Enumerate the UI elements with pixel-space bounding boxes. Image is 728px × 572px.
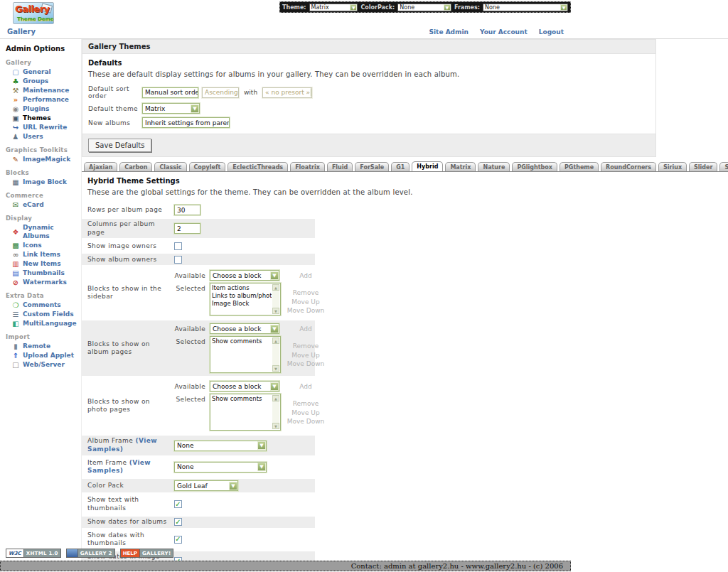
- listbox-scrollbar[interactable]: ▲ ▼: [272, 338, 279, 372]
- sidebar-item-link-items[interactable]: ∞ Link Items: [6, 250, 79, 259]
- sidebar-item-themes[interactable]: ▣ Themes: [6, 114, 79, 123]
- add-button[interactable]: Add: [285, 270, 326, 279]
- tab-fluid[interactable]: Fluid: [327, 162, 353, 171]
- scroll-up-icon[interactable]: ▲: [272, 338, 279, 344]
- color-pack-select[interactable]: Gold Leaf ▼: [174, 480, 238, 491]
- sidebar-item-performance[interactable]: » Performance: [6, 95, 79, 104]
- sidebar-item-maintenance[interactable]: ⚒ Maintenance: [6, 86, 79, 95]
- move-down-button[interactable]: Move Down: [285, 360, 326, 368]
- move-up-button[interactable]: Move Up: [285, 351, 326, 360]
- show-image-owners-checkbox[interactable]: [174, 242, 182, 250]
- remove-button[interactable]: Remove: [285, 399, 326, 408]
- sidebar-item-thumbnails[interactable]: ▤ Thumbnails: [6, 269, 79, 278]
- show-album-owners-checkbox[interactable]: [174, 256, 182, 264]
- show-dates-thumbs-checkbox[interactable]: [174, 536, 182, 544]
- listbox-scrollbar[interactable]: ▲ ▼: [272, 284, 279, 314]
- site-admin-link[interactable]: Site Admin: [429, 28, 469, 36]
- new-albums-select[interactable]: Inherit settings from parent album ▼: [142, 117, 230, 128]
- tab-splatbang[interactable]: Splatbang: [719, 162, 728, 171]
- add-button[interactable]: Add: [285, 323, 326, 333]
- sidebar-item-url-rewrite[interactable]: ↪ URL Rewrite: [6, 123, 79, 132]
- cols-per-page-input[interactable]: [174, 223, 200, 234]
- tab-slider[interactable]: Slider: [689, 162, 717, 171]
- tab-roundcorners[interactable]: RoundCorners: [601, 162, 656, 171]
- listbox-item[interactable]: Show comments: [212, 338, 272, 345]
- move-down-button[interactable]: Move Down: [285, 417, 326, 426]
- move-up-button[interactable]: Move Up: [285, 298, 326, 306]
- add-button[interactable]: Add: [285, 381, 326, 390]
- w3c-xhtml-badge[interactable]: W3C XHTML 1.0: [6, 549, 61, 558]
- save-defaults-button[interactable]: Save Defaults: [88, 139, 151, 152]
- scroll-down-icon[interactable]: ▼: [272, 308, 279, 314]
- logout-link[interactable]: Logout: [539, 28, 564, 36]
- tab-classic[interactable]: Classic: [154, 162, 186, 171]
- available-blocks-select[interactable]: Choose a block ▼: [210, 323, 279, 334]
- show-dates-albums-checkbox[interactable]: [174, 518, 182, 526]
- sidebar-item-watermarks[interactable]: ⊘ Watermarks: [6, 278, 79, 287]
- tab-floatrix[interactable]: Floatrix: [290, 162, 325, 171]
- sidebar-item-upload-applet[interactable]: ⇑ Upload Applet: [6, 351, 79, 360]
- default-theme-select[interactable]: Matrix ▼: [142, 103, 200, 114]
- move-up-button[interactable]: Move Up: [285, 409, 326, 417]
- show-image-owners-row: Show image owners: [82, 240, 315, 252]
- remove-button[interactable]: Remove: [285, 342, 326, 350]
- sidebar-item-multilanguage[interactable]: ◧ MultiLanguage: [6, 319, 79, 328]
- available-blocks-select[interactable]: Choose a block ▼: [210, 381, 279, 392]
- sidebar-item-general[interactable]: ▢ General: [6, 68, 79, 77]
- frames-select[interactable]: None ▼: [483, 4, 568, 11]
- sidebar-item-plugins[interactable]: ◉ Plugins: [6, 104, 79, 114]
- breadcrumb-gallery[interactable]: Gallery: [7, 28, 36, 36]
- colorpack-select[interactable]: None ▼: [397, 4, 451, 11]
- your-account-link[interactable]: Your Account: [480, 28, 528, 36]
- listbox-item[interactable]: Show comments: [212, 395, 272, 403]
- sidebar-item-dynamic-albums[interactable]: ❖ Dynamic Albums: [6, 223, 79, 241]
- tab-carbon[interactable]: Carbon: [119, 162, 152, 171]
- remove-button[interactable]: Remove: [285, 288, 326, 297]
- tab-g1[interactable]: G1: [391, 162, 410, 171]
- listbox-item[interactable]: Image Block: [212, 300, 272, 308]
- scroll-down-icon[interactable]: ▼: [272, 423, 279, 429]
- listbox-item[interactable]: Item actions: [212, 284, 272, 292]
- tab-eclecticthreads[interactable]: EclecticThreads: [228, 162, 288, 171]
- tab-siriux[interactable]: Siriux: [658, 162, 687, 171]
- gallery-logo[interactable]: Gallery Theme Demo: [13, 2, 54, 24]
- gallery2-badge[interactable]: GALLERY 2: [66, 549, 115, 558]
- sidebar-item-ecard[interactable]: ✉ eCard: [6, 200, 79, 210]
- listbox-item[interactable]: Links to album/photo peers: [212, 292, 272, 300]
- album-frame-select[interactable]: None ▼: [174, 441, 267, 451]
- sidebar-item-comments[interactable]: ❍ Comments: [6, 301, 79, 310]
- tab-nature[interactable]: Nature: [478, 162, 510, 171]
- selected-blocks-listbox[interactable]: Item actions Links to album/photo peers …: [210, 283, 281, 315]
- tab-pgtheme[interactable]: PGtheme: [560, 162, 599, 171]
- tab-ajaxian[interactable]: Ajaxian: [84, 162, 117, 171]
- scroll-up-icon[interactable]: ▲: [272, 395, 279, 401]
- tab-copyleft[interactable]: Copyleft: [189, 162, 226, 171]
- sidebar-item-web-server[interactable]: □ Web/Server: [6, 360, 79, 369]
- sidebar-item-groups[interactable]: ♣ Groups: [6, 77, 79, 86]
- sidebar-item-image-block[interactable]: ▦ Image Block: [6, 178, 79, 187]
- tab-matrix[interactable]: Matrix: [445, 162, 476, 171]
- selected-blocks-listbox[interactable]: Show comments ▲ ▼: [210, 336, 281, 373]
- sidebar-item-imagemagick[interactable]: ✎ ImageMagick: [6, 155, 79, 164]
- listbox-scrollbar[interactable]: ▲ ▼: [272, 395, 279, 429]
- selected-blocks-listbox[interactable]: Show comments ▲ ▼: [210, 394, 281, 431]
- cols-per-page-row: Columns per album page: [82, 219, 315, 238]
- tab-pglightbox[interactable]: PGlightbox: [512, 162, 557, 171]
- help-gallery-badge[interactable]: HELP GALLERY!: [120, 549, 174, 558]
- tab-hybrid[interactable]: Hybrid: [412, 161, 443, 171]
- tab-forsale[interactable]: ForSale: [355, 162, 389, 171]
- item-frame-select[interactable]: None ▼: [174, 462, 267, 473]
- default-sort-select[interactable]: Manual sort order ▼: [142, 87, 198, 98]
- sidebar-item-new-items[interactable]: ▥ New Items: [6, 259, 79, 269]
- sidebar-item-remote[interactable]: ▮ Remote: [6, 342, 79, 351]
- available-blocks-select[interactable]: Choose a block ▼: [210, 270, 279, 281]
- theme-select[interactable]: Matrix ▼: [309, 4, 358, 11]
- sidebar-item-users[interactable]: ♟ Users: [6, 132, 79, 141]
- scroll-up-icon[interactable]: ▲: [272, 284, 279, 291]
- rows-per-page-input[interactable]: [174, 205, 200, 215]
- move-down-button[interactable]: Move Down: [285, 306, 326, 315]
- sidebar-item-icons[interactable]: ▩ Icons: [6, 241, 79, 250]
- scroll-down-icon[interactable]: ▼: [272, 365, 279, 372]
- show-text-thumbs-checkbox[interactable]: [174, 500, 182, 508]
- sidebar-item-custom-fields[interactable]: ☰ Custom Fields: [6, 310, 79, 319]
